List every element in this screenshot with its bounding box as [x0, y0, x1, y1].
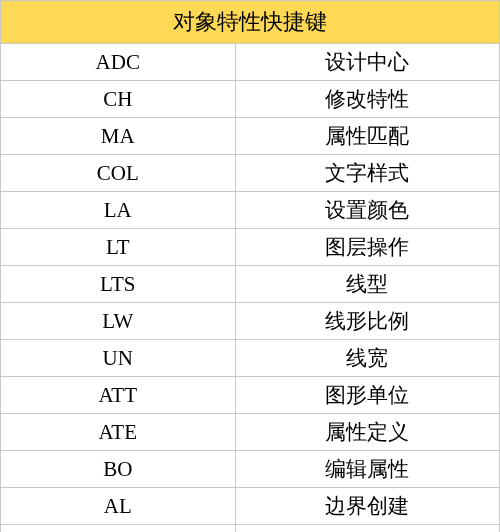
table-title: 对象特性快捷键	[1, 1, 500, 44]
table-row: UN线宽	[1, 340, 500, 377]
table-body: ADC设计中心CH修改特性MA属性匹配COL文字样式LA设置颜色LT图层操作LT…	[1, 44, 500, 533]
shortcut-key: UN	[1, 340, 236, 377]
shortcut-table: 对象特性快捷键 ADC设计中心CH修改特性MA属性匹配COL文字样式LA设置颜色…	[0, 0, 500, 532]
table-row: ATE属性定义	[1, 414, 500, 451]
table-row: LA设置颜色	[1, 192, 500, 229]
shortcut-desc: 设置颜色	[235, 192, 499, 229]
table-row: ADC设计中心	[1, 44, 500, 81]
table-row: AL边界创建	[1, 488, 500, 525]
shortcut-desc: 图层操作	[235, 229, 499, 266]
table-row: BO编辑属性	[1, 451, 500, 488]
shortcut-key: LTS	[1, 266, 236, 303]
shortcut-desc: 图形单位	[235, 377, 499, 414]
shortcut-desc: 属性匹配	[235, 118, 499, 155]
shortcut-key: LT	[1, 229, 236, 266]
shortcut-key: LA	[1, 192, 236, 229]
shortcut-key: MA	[1, 118, 236, 155]
shortcut-key: ATT	[1, 377, 236, 414]
shortcut-key: BO	[1, 451, 236, 488]
table-row: MA属性匹配	[1, 118, 500, 155]
shortcut-key: EXIT	[1, 525, 236, 533]
shortcut-key: ATE	[1, 414, 236, 451]
shortcut-desc: 线形比例	[235, 303, 499, 340]
table-row: ATT图形单位	[1, 377, 500, 414]
shortcut-desc: 线型	[235, 266, 499, 303]
shortcut-desc: 对齐	[235, 525, 499, 533]
table-row: EXIT对齐	[1, 525, 500, 533]
shortcut-desc: 编辑属性	[235, 451, 499, 488]
table-row: CH修改特性	[1, 81, 500, 118]
shortcut-key: AL	[1, 488, 236, 525]
shortcut-desc: 文字样式	[235, 155, 499, 192]
shortcut-desc: 线宽	[235, 340, 499, 377]
shortcut-key: COL	[1, 155, 236, 192]
table-row: LT图层操作	[1, 229, 500, 266]
table-row: LW线形比例	[1, 303, 500, 340]
shortcut-desc: 设计中心	[235, 44, 499, 81]
shortcut-key: CH	[1, 81, 236, 118]
shortcut-desc: 修改特性	[235, 81, 499, 118]
table-header-row: 对象特性快捷键	[1, 1, 500, 44]
table-row: LTS线型	[1, 266, 500, 303]
shortcut-key: ADC	[1, 44, 236, 81]
shortcut-desc: 属性定义	[235, 414, 499, 451]
shortcut-desc: 边界创建	[235, 488, 499, 525]
table-row: COL文字样式	[1, 155, 500, 192]
shortcut-key: LW	[1, 303, 236, 340]
